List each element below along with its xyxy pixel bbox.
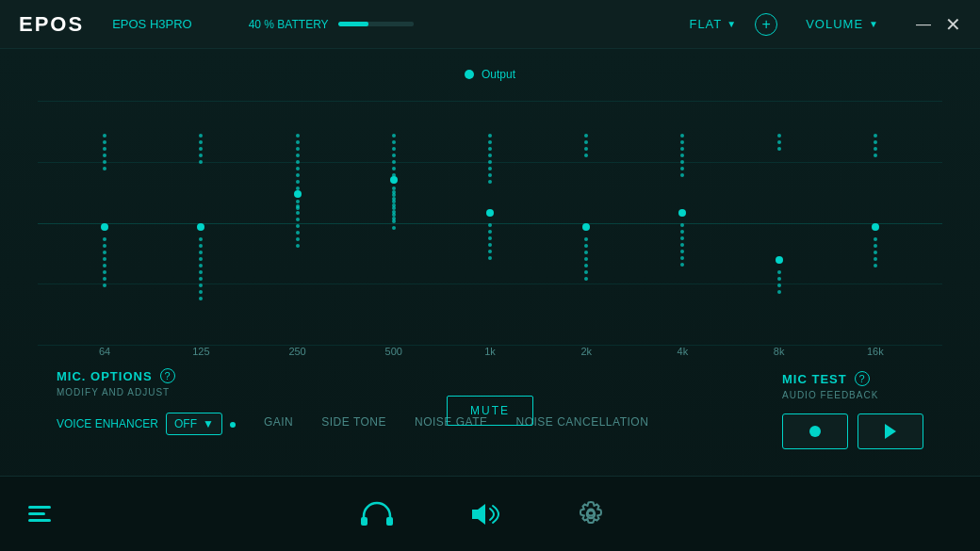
eq-dot	[392, 190, 396, 194]
eq-freq-label-1k: 1k	[484, 346, 496, 357]
close-button[interactable]: ✕	[945, 13, 961, 36]
eq-dot	[584, 264, 588, 267]
eq-dot	[584, 251, 588, 254]
eq-handle-1k[interactable]	[486, 209, 494, 217]
mic-test-help-button[interactable]: ?	[855, 371, 870, 386]
mic-test-controls	[782, 413, 923, 449]
battery-label: 40 % BATTERY	[249, 18, 329, 31]
eq-dot	[874, 251, 877, 254]
voice-enhancer-label: VOICE ENHANCER	[57, 417, 158, 430]
mic-test-play-button[interactable]	[858, 413, 923, 449]
eq-dot	[777, 277, 781, 281]
voice-enhancer-dropdown[interactable]: OFF ▼	[166, 413, 222, 435]
eq-freq-label-500: 500	[385, 346, 402, 357]
eq-dot	[392, 147, 396, 151]
menu-line	[28, 512, 45, 515]
eq-dot	[488, 173, 492, 177]
nav-headphone-icon[interactable]	[360, 501, 394, 527]
eq-handle-500[interactable]	[390, 176, 398, 184]
nav-speaker-icon[interactable]	[469, 500, 501, 528]
mic-options-help-button[interactable]: ?	[160, 368, 175, 383]
preset-dropdown[interactable]: FLAT ▼	[689, 17, 736, 31]
eq-dot	[680, 167, 684, 170]
tab-side-tone[interactable]: SIDE TONE	[321, 415, 386, 432]
eq-handle-250[interactable]	[294, 190, 302, 198]
mic-tabs: VOICE ENHANCER OFF ▼ GAIN SIDE TONE NOIS…	[57, 413, 648, 435]
eq-dot	[584, 277, 588, 281]
eq-dot	[488, 140, 492, 144]
eq-dot	[199, 237, 203, 241]
svg-rect-1	[386, 517, 393, 526]
eq-dot	[488, 223, 492, 227]
eq-dot	[199, 277, 203, 281]
top-bar: EPOS EPOS H3PRO 40 % BATTERY FLAT ▼ + VO…	[0, 0, 980, 49]
tab-gain[interactable]: GAIN	[264, 415, 293, 432]
eq-handle-125[interactable]	[197, 223, 204, 231]
eq-dot	[103, 154, 106, 157]
eq-dot	[584, 134, 588, 138]
mic-test-section: MIC TEST ? AUDIO FEEDBACK	[782, 371, 923, 449]
mic-test-record-button[interactable]	[782, 413, 848, 449]
eq-dot	[777, 270, 781, 274]
volume-arrow-icon: ▼	[869, 19, 878, 29]
mic-test-header: MIC TEST ?	[782, 371, 923, 386]
window-controls: — ✕	[916, 13, 961, 36]
eq-dot	[199, 251, 203, 254]
top-right-controls: FLAT ▼ + VOLUME ▼ — ✕	[689, 13, 961, 36]
nav-settings-icon[interactable]	[577, 500, 605, 528]
eq-dot	[488, 160, 492, 164]
eq-dot	[392, 134, 396, 138]
mute-button[interactable]: MUTE	[447, 396, 533, 426]
output-indicator: Output	[465, 68, 515, 81]
eq-dot	[103, 237, 106, 241]
eq-handle-16k[interactable]	[872, 223, 879, 231]
eq-handle-2k[interactable]	[582, 223, 590, 231]
eq-dot	[296, 200, 300, 203]
eq-dot	[488, 256, 492, 260]
tab-noise-cancellation[interactable]: NOISE CANCELLATION	[515, 415, 648, 432]
volume-section[interactable]: VOLUME ▼	[806, 17, 878, 31]
eq-dot	[680, 243, 684, 247]
eq-dot	[392, 210, 396, 214]
ve-arrow-icon: ▼	[203, 417, 214, 430]
eq-freq-label-250: 250	[288, 346, 305, 357]
eq-dot	[874, 264, 877, 267]
app-logo: EPOS	[19, 12, 84, 37]
preset-label: FLAT	[689, 17, 722, 31]
eq-handle-8k[interactable]	[776, 256, 783, 264]
eq-dot	[199, 147, 203, 151]
eq-handle-4k[interactable]	[678, 209, 686, 217]
eq-dot	[296, 211, 300, 215]
mic-options-header: MIC. OPTIONS ?	[57, 368, 648, 383]
eq-dot	[199, 290, 203, 294]
svg-rect-0	[361, 517, 368, 526]
eq-dot	[777, 290, 781, 294]
eq-dot	[103, 277, 106, 281]
eq-dot	[874, 244, 877, 248]
eq-dot	[199, 284, 203, 287]
eq-dot	[199, 140, 203, 144]
nav-menu-icon[interactable]	[28, 506, 51, 522]
eq-dot	[584, 237, 588, 241]
battery-section: 40 % BATTERY	[249, 18, 690, 31]
eq-dot	[199, 257, 203, 261]
eq-dot	[392, 140, 396, 144]
eq-freq-label-4k: 4k	[678, 346, 689, 357]
eq-dot	[392, 226, 396, 230]
menu-line	[28, 519, 51, 522]
eq-dot	[103, 147, 106, 151]
eq-dot	[199, 134, 203, 138]
eq-dot	[199, 160, 203, 164]
eq-dot	[874, 147, 877, 151]
eq-bars: 641252505001k2k4k8k16k	[38, 101, 942, 374]
minimize-button[interactable]: —	[916, 16, 931, 33]
mic-test-title: MIC TEST	[782, 372, 847, 386]
add-preset-button[interactable]: +	[755, 13, 777, 36]
preset-arrow-icon: ▼	[727, 19, 736, 29]
eq-dot	[296, 224, 300, 228]
eq-handle-64[interactable]	[101, 223, 108, 231]
eq-dot	[296, 218, 300, 221]
eq-dot	[392, 167, 396, 170]
eq-dot	[392, 154, 396, 157]
eq-dot	[488, 134, 492, 138]
